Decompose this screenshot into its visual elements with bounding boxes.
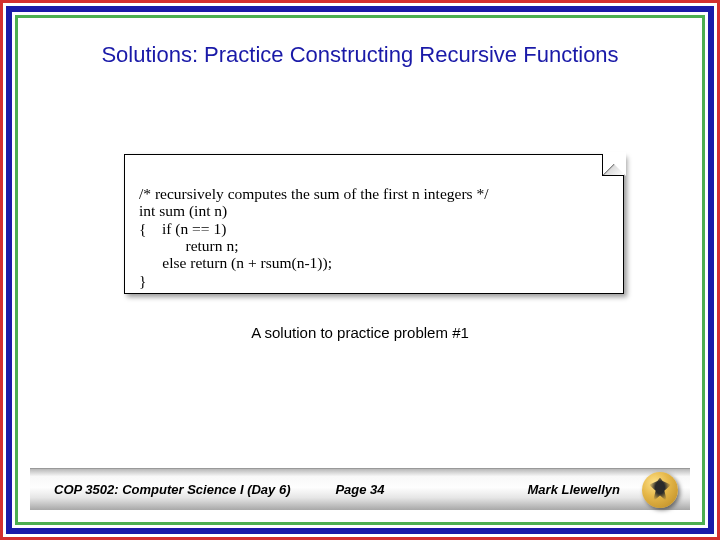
content-area: Solutions: Practice Constructing Recursi… <box>24 24 696 516</box>
inner-green-border: Solutions: Practice Constructing Recursi… <box>15 15 705 525</box>
ucf-logo-icon <box>642 472 678 508</box>
code-block: /* recursively computes the sum of the f… <box>139 185 613 289</box>
footer-author: Mark Llewellyn <box>528 482 620 497</box>
slide: Solutions: Practice Constructing Recursi… <box>0 0 720 540</box>
slide-title: Solutions: Practice Constructing Recursi… <box>24 42 696 68</box>
code-note-box: /* recursively computes the sum of the f… <box>124 154 624 294</box>
footer-bar: COP 3502: Computer Science I (Day 6) Pag… <box>30 468 690 510</box>
folded-corner-icon <box>602 154 624 176</box>
outer-blue-border: Solutions: Practice Constructing Recursi… <box>6 6 714 534</box>
caption-text: A solution to practice problem #1 <box>24 324 696 341</box>
